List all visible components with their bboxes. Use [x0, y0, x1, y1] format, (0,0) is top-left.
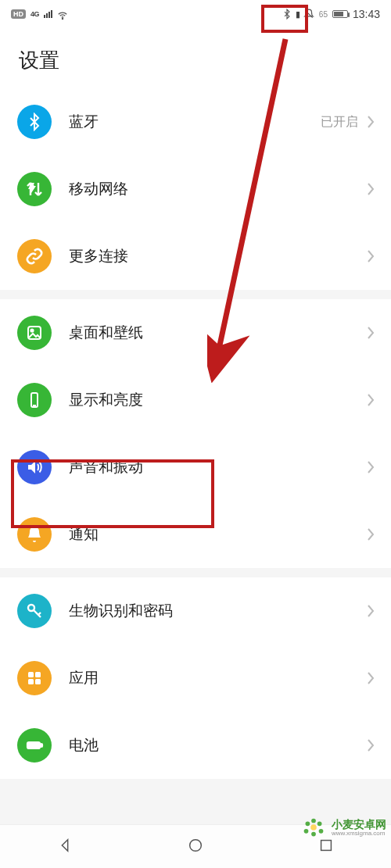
link-icon — [17, 239, 52, 273]
svg-rect-11 — [41, 744, 42, 747]
network-4g: 4G — [30, 10, 39, 18]
signal-icon — [44, 10, 52, 18]
chevron-right-icon — [366, 460, 375, 474]
battery-icon — [17, 728, 52, 763]
chevron-right-icon — [366, 604, 375, 618]
svg-point-16 — [311, 819, 316, 823]
chevron-right-icon — [366, 527, 375, 541]
svg-point-15 — [306, 821, 310, 826]
settings-row-battery[interactable]: 电池 — [0, 712, 391, 779]
apps-icon — [17, 661, 52, 695]
mobile-network-icon — [17, 172, 52, 206]
settings-row-notifications[interactable]: 通知 — [0, 501, 391, 568]
settings-row-display[interactable]: 显示和亮度 — [0, 366, 391, 434]
row-label: 生物识别和密码 — [69, 601, 366, 621]
wifi-icon — [57, 10, 68, 18]
bluetooth-icon — [17, 105, 52, 139]
settings-row-biometrics[interactable]: 生物识别和密码 — [0, 577, 391, 645]
section-display: 桌面和壁纸 显示和亮度 声音和振动 通知 — [0, 299, 391, 568]
row-label: 通知 — [69, 524, 366, 545]
row-label: 移动网络 — [69, 179, 366, 199]
row-label: 蓝牙 — [69, 112, 321, 132]
chevron-right-icon — [366, 671, 375, 685]
status-left: HD 4G — [11, 9, 68, 19]
svg-rect-7 — [35, 672, 41, 677]
settings-row-sound[interactable]: 声音和振动 — [0, 434, 391, 501]
svg-point-5 — [28, 605, 34, 611]
chevron-right-icon — [366, 182, 375, 196]
status-right: ▮ 65 13:43 — [282, 8, 380, 20]
nav-home-button[interactable] — [187, 837, 204, 857]
svg-rect-6 — [28, 672, 34, 677]
section-system: 生物识别和密码 应用 电池 — [0, 577, 391, 779]
display-icon — [17, 383, 52, 417]
bluetooth-status-icon — [282, 9, 292, 20]
battery-level-icon: ▮ — [296, 9, 300, 20]
svg-point-12 — [190, 839, 202, 851]
watermark-title: 小麦安卓网 — [332, 819, 386, 830]
page-title: 设置 — [19, 47, 372, 74]
key-icon — [17, 594, 52, 628]
page-header: 设置 — [0, 28, 391, 88]
chevron-right-icon — [366, 249, 375, 263]
svg-rect-10 — [27, 742, 40, 748]
clock: 13:43 — [353, 8, 380, 20]
svg-point-17 — [317, 821, 322, 826]
watermark: 小麦安卓网 www.xmsigma.com — [299, 813, 386, 843]
watermark-url: www.xmsigma.com — [332, 830, 386, 837]
sound-icon — [17, 450, 52, 484]
svg-point-20 — [319, 829, 324, 834]
svg-point-21 — [310, 824, 317, 830]
status-bar: HD 4G ▮ 65 13:43 — [0, 0, 391, 28]
svg-point-19 — [311, 832, 316, 837]
wallpaper-icon — [17, 316, 52, 350]
settings-row-wallpaper[interactable]: 桌面和壁纸 — [0, 299, 391, 366]
row-label: 声音和振动 — [69, 457, 366, 477]
chevron-right-icon — [366, 326, 375, 340]
row-label: 电池 — [69, 735, 366, 755]
svg-point-0 — [62, 19, 63, 20]
svg-rect-8 — [28, 679, 34, 684]
settings-row-mobile-network[interactable]: 移动网络 — [0, 155, 391, 223]
row-label: 更多连接 — [69, 246, 366, 266]
row-value: 已开启 — [321, 114, 358, 130]
dnd-icon — [303, 9, 314, 20]
chevron-right-icon — [366, 115, 375, 129]
settings-row-apps[interactable]: 应用 — [0, 645, 391, 712]
section-connectivity: 蓝牙 已开启 移动网络 更多连接 — [0, 88, 391, 290]
battery-percent: 65 — [319, 10, 328, 19]
chevron-right-icon — [366, 393, 375, 407]
settings-row-bluetooth[interactable]: 蓝牙 已开启 — [0, 88, 391, 155]
row-label: 应用 — [69, 668, 366, 688]
watermark-logo-icon — [299, 813, 328, 843]
row-label: 桌面和壁纸 — [69, 323, 366, 343]
hd-badge: HD — [11, 9, 26, 19]
battery-icon — [332, 10, 348, 18]
svg-point-18 — [304, 829, 309, 834]
svg-point-2 — [30, 329, 33, 331]
chevron-right-icon — [366, 738, 375, 752]
settings-row-more-connections[interactable]: 更多连接 — [0, 223, 391, 290]
notification-icon — [17, 517, 52, 552]
nav-back-button[interactable] — [56, 837, 74, 857]
row-label: 显示和亮度 — [69, 390, 366, 410]
svg-rect-9 — [35, 679, 41, 684]
